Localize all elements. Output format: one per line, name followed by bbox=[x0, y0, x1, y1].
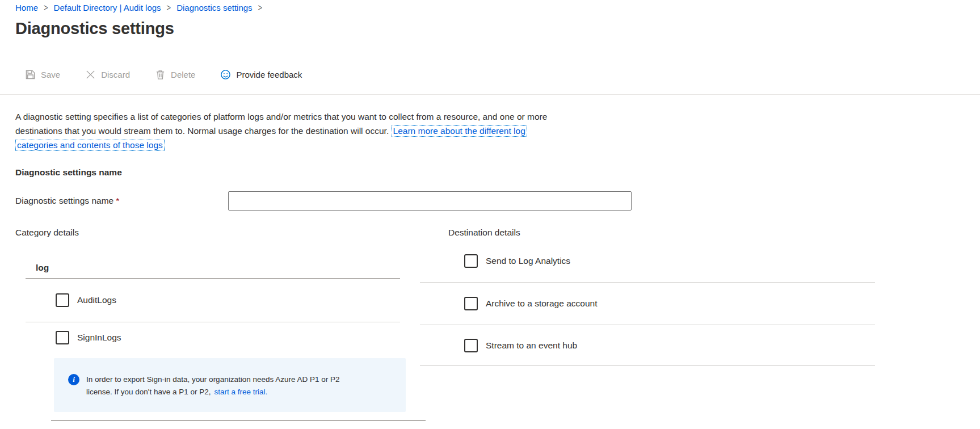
category-row-signinlogs: SignInLogs bbox=[26, 322, 400, 344]
destination-details-heading: Destination details bbox=[448, 228, 520, 240]
save-label: Save bbox=[41, 70, 60, 79]
smiley-icon bbox=[220, 69, 231, 80]
stream-to-event-hub-checkbox[interactable] bbox=[464, 339, 478, 352]
discard-x-icon bbox=[85, 69, 96, 80]
delete-label: Delete bbox=[171, 70, 195, 79]
diagnostic-settings-name-row: Diagnostic settings name* bbox=[15, 191, 980, 211]
description-line-1: A diagnostic setting specifies a list of… bbox=[15, 110, 980, 124]
save-icon bbox=[25, 69, 36, 80]
provide-feedback-button[interactable]: Provide feedback bbox=[217, 67, 305, 82]
category-bottom-divider bbox=[51, 420, 426, 421]
stream-to-event-hub-label: Stream to an event hub bbox=[486, 340, 577, 351]
start-free-trial-link[interactable]: start a free trial. bbox=[214, 388, 267, 396]
signinlogs-checkbox[interactable] bbox=[56, 331, 69, 344]
destination-row-log-analytics: Send to Log Analytics bbox=[420, 240, 875, 283]
auditlogs-checkbox[interactable] bbox=[56, 293, 69, 307]
learn-more-link-continued[interactable]: categories and contents of those logs bbox=[15, 140, 165, 151]
category-row-auditlogs: AuditLogs bbox=[26, 279, 400, 322]
page-title: Diagnostics settings bbox=[15, 19, 980, 38]
learn-more-link[interactable]: Learn more about the different log bbox=[392, 125, 527, 137]
diagnostic-settings-name-input[interactable] bbox=[228, 191, 632, 211]
description-line-2: destinations that you would stream them … bbox=[15, 124, 980, 138]
send-to-log-analytics-label: Send to Log Analytics bbox=[486, 256, 570, 266]
chevron-right-icon: > bbox=[161, 2, 177, 13]
discard-button[interactable]: Discard bbox=[82, 67, 133, 82]
breadcrumb: Home > Default Directory | Audit logs > … bbox=[0, 0, 980, 12]
trash-icon bbox=[155, 69, 166, 80]
breadcrumb-audit-logs[interactable]: Default Directory | Audit logs bbox=[54, 3, 161, 12]
info-icon: i bbox=[68, 374, 79, 385]
destination-row-event-hub: Stream to an event hub bbox=[420, 325, 875, 366]
description-paragraph: A diagnostic setting specifies a list of… bbox=[15, 110, 980, 152]
category-details-section: log AuditLogs SignInLogs i In order to e… bbox=[0, 240, 420, 421]
send-to-log-analytics-checkbox[interactable] bbox=[464, 254, 478, 268]
destination-details-section: Send to Log Analytics Archive to a stora… bbox=[420, 240, 875, 421]
auditlogs-label: AuditLogs bbox=[77, 295, 116, 305]
diagnostic-settings-name-heading: Diagnostic settings name bbox=[15, 167, 980, 179]
chevron-right-icon: > bbox=[38, 2, 54, 13]
description-line-3: categories and contents of those logs bbox=[15, 138, 980, 152]
breadcrumb-diagnostics-settings[interactable]: Diagnostics settings bbox=[176, 3, 252, 12]
diagnostic-settings-name-label: Diagnostic settings name* bbox=[15, 196, 228, 206]
provide-feedback-label: Provide feedback bbox=[236, 70, 302, 79]
save-button[interactable]: Save bbox=[22, 67, 64, 82]
log-group-label: log bbox=[26, 240, 400, 279]
toolbar-divider bbox=[0, 94, 980, 95]
breadcrumb-home[interactable]: Home bbox=[15, 3, 38, 12]
required-asterisk: * bbox=[116, 196, 119, 205]
discard-label: Discard bbox=[101, 70, 130, 79]
archive-to-storage-checkbox[interactable] bbox=[464, 297, 478, 310]
destination-row-storage-account: Archive to a storage account bbox=[420, 283, 875, 325]
category-details-heading: Category details bbox=[15, 228, 405, 240]
section-headers: Category details Destination details bbox=[0, 228, 980, 240]
command-bar: Save Discard Delete bbox=[0, 64, 980, 85]
chevron-right-icon: > bbox=[253, 2, 268, 13]
archive-to-storage-label: Archive to a storage account bbox=[486, 298, 597, 309]
signin-export-info-text: In order to export Sign-in data, your or… bbox=[86, 373, 340, 398]
signin-export-info-box: i In order to export Sign-in data, your … bbox=[54, 358, 406, 412]
signinlogs-label: SignInLogs bbox=[77, 333, 121, 343]
delete-button[interactable]: Delete bbox=[152, 67, 199, 82]
